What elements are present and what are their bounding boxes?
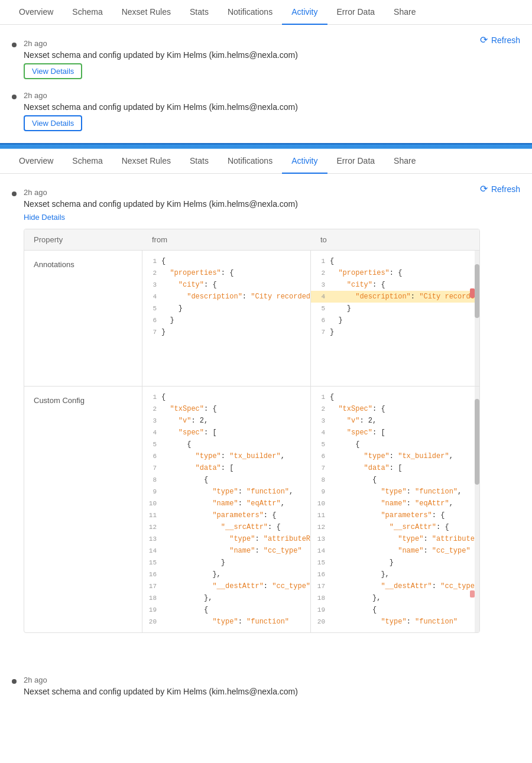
- expanded-activity-content: 2h ago Nexset schema and config updated …: [24, 188, 480, 645]
- diff-highlight-indicator-2: [470, 590, 475, 598]
- code-line: 3 "v": 2,: [311, 415, 479, 427]
- tab-share-2[interactable]: Share: [384, 149, 425, 174]
- code-line: 3 "city": {: [311, 279, 479, 291]
- code-line: 13 "type": "attributeRe: [142, 533, 310, 545]
- code-line: 9 "type": "function",: [142, 486, 310, 498]
- diff-highlight-indicator: [470, 288, 475, 298]
- bullet-bottom: [12, 679, 17, 684]
- expanded-activity-desc: Nexset schema and config updated by Kim …: [24, 199, 480, 209]
- bullet-1: [12, 43, 17, 47]
- tab-nexset-rules-1[interactable]: Nexset Rules: [112, 0, 180, 25]
- bottom-activity-desc: Nexset schema and config updated by Kim …: [24, 687, 298, 696]
- code-line: 20 "type": "function": [311, 616, 479, 628]
- code-line: 6 }: [142, 314, 310, 326]
- code-line: 7 "data": [: [311, 462, 479, 474]
- tab-overview-2[interactable]: Overview: [9, 149, 63, 174]
- diff-label-annotations: Annotations: [24, 251, 142, 386]
- code-line: 19 {: [311, 604, 479, 616]
- code-line: 6 "type": "tx_builder",: [142, 450, 310, 462]
- code-line: 4 "description": "City recorded: [142, 291, 310, 303]
- expanded-activity-item: 2h ago Nexset schema and config updated …: [12, 183, 480, 645]
- scrollbar-thumb[interactable]: [475, 264, 479, 319]
- scrollbar-track: [475, 251, 479, 386]
- code-line: 1{: [311, 255, 479, 267]
- expanded-activity-time: 2h ago: [24, 188, 480, 197]
- top-nav-bar: Overview Schema Nexset Rules Stats Notif…: [0, 0, 532, 25]
- diff-col-property: Property: [24, 229, 142, 250]
- diff-col-from: from: [142, 229, 311, 250]
- code-line: 5 {: [311, 439, 479, 450]
- code-line: 15 }: [142, 557, 310, 569]
- code-line: 11 "parameters": {: [311, 509, 479, 521]
- code-line: 1{: [311, 391, 479, 403]
- activity-desc-2: Nexset schema and config updated by Kim …: [24, 102, 298, 112]
- top-activity-section: ⟳ Refresh 2h ago Nexset schema and confi…: [0, 25, 532, 143]
- code-line: 8 {: [311, 474, 479, 486]
- code-line: 1{: [142, 255, 310, 267]
- code-line: 7}: [311, 326, 479, 338]
- code-line: 4 "spec": [: [311, 427, 479, 439]
- code-line: 14 "name": "cc_type": [311, 545, 479, 557]
- code-line: 10 "name": "eqAttr",: [142, 498, 310, 509]
- view-details-button-1[interactable]: View Details: [24, 63, 82, 79]
- code-line: 9 "type": "function",: [311, 486, 479, 498]
- tab-nexset-rules-2[interactable]: Nexset Rules: [112, 149, 180, 174]
- code-line: 14 "name": "cc_type": [142, 545, 310, 557]
- refresh-button-2[interactable]: ⟳ Refresh: [480, 183, 520, 194]
- code-line: 11 "parameters": {: [142, 509, 310, 521]
- bottom-activity-item: 2h ago Nexset schema and config updated …: [0, 666, 532, 709]
- code-line: 2 "txSpec": {: [142, 403, 310, 415]
- diff-from-custom-config[interactable]: 1{ 2 "txSpec": { 3 "v": 2, 4 "spec": [ 5…: [142, 387, 311, 632]
- view-details-button-2[interactable]: View Details: [24, 115, 82, 131]
- code-line: 6 "type": "tx_builder",: [311, 450, 479, 462]
- code-line: 17 "__destAttr": "cc_type": [142, 580, 310, 592]
- diff-label-custom-config: Custom Config: [24, 387, 142, 632]
- tab-error-data-2[interactable]: Error Data: [327, 149, 385, 174]
- activity-time-1: 2h ago: [24, 39, 298, 48]
- code-line: 16 },: [311, 569, 479, 580]
- code-line: 12 "__srcAttr": {: [311, 521, 479, 533]
- bottom-activity-content: 2h ago Nexset schema and config updated …: [24, 676, 298, 700]
- tab-activity-2[interactable]: Activity: [282, 149, 327, 174]
- activity-content-1: 2h ago Nexset schema and config updated …: [24, 39, 298, 79]
- bullet-2: [12, 95, 17, 99]
- code-line: 4 "spec": [: [142, 427, 310, 439]
- tab-notifications-2[interactable]: Notifications: [218, 149, 282, 174]
- tab-overview-1[interactable]: Overview: [9, 0, 63, 25]
- code-line: 19 {: [142, 604, 310, 616]
- tab-stats-1[interactable]: Stats: [180, 0, 218, 25]
- code-line: 5 }: [311, 303, 479, 314]
- diff-row-custom-config: Custom Config 1{ 2 "txSpec": { 3 "v": 2,…: [24, 387, 479, 632]
- bottom-nav-bar: Overview Schema Nexset Rules Stats Notif…: [0, 149, 532, 174]
- bottom-activity-time: 2h ago: [24, 676, 298, 684]
- tab-error-data-1[interactable]: Error Data: [327, 0, 385, 25]
- activity-item-2: 2h ago Nexset schema and config updated …: [12, 91, 520, 131]
- code-line: 10 "name": "eqAttr",: [311, 498, 479, 509]
- code-line: 5 }: [142, 303, 310, 314]
- tab-schema-2[interactable]: Schema: [63, 149, 112, 174]
- code-line: 3 "v": 2,: [142, 415, 310, 427]
- code-line: 2 "properties": {: [142, 267, 310, 279]
- code-line: 3 "city": {: [142, 279, 310, 291]
- code-line: 15 }: [311, 557, 479, 569]
- scrollbar-track-2: [475, 387, 479, 632]
- tab-share-1[interactable]: Share: [384, 0, 425, 25]
- tab-notifications-1[interactable]: Notifications: [218, 0, 282, 25]
- hide-details-button[interactable]: Hide Details: [24, 213, 65, 222]
- tab-schema-1[interactable]: Schema: [63, 0, 112, 25]
- activity-desc-1: Nexset schema and config updated by Kim …: [24, 50, 298, 60]
- code-line: 6 }: [311, 314, 479, 326]
- diff-to-annotations[interactable]: 1{ 2 "properties": { 3 "city": { 4 "desc…: [311, 251, 479, 386]
- diff-from-annotations[interactable]: 1{ 2 "properties": { 3 "city": { 4 "desc…: [142, 251, 311, 386]
- tab-stats-2[interactable]: Stats: [180, 149, 218, 174]
- bottom-activity-section: ⟳ Refresh 2h ago Nexset schema and confi…: [0, 174, 532, 666]
- code-line: 7}: [142, 326, 310, 338]
- scrollbar-thumb-2[interactable]: [475, 399, 479, 485]
- code-line: 16 },: [142, 569, 310, 580]
- activity-time-2: 2h ago: [24, 91, 298, 100]
- tab-activity-1[interactable]: Activity: [282, 0, 327, 25]
- code-line: 8 {: [142, 474, 310, 486]
- refresh-button-1[interactable]: ⟳ Refresh: [480, 34, 520, 46]
- code-line: 13 "type": "attributeRef: [311, 533, 479, 545]
- diff-to-custom-config[interactable]: 1{ 2 "txSpec": { 3 "v": 2, 4 "spec": [ 5…: [311, 387, 479, 632]
